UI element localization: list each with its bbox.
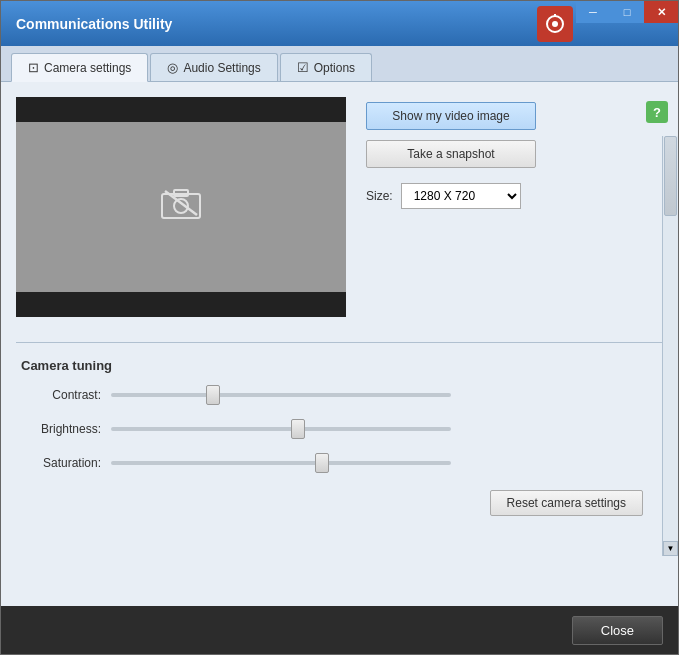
size-dropdown[interactable]: 640 X 480 1280 X 720 1920 X 1080 bbox=[401, 183, 521, 209]
camera-preview-gray-area bbox=[16, 122, 346, 292]
saturation-label: Saturation: bbox=[21, 456, 101, 470]
saturation-slider[interactable] bbox=[111, 461, 451, 465]
options-tab-icon: ☑ bbox=[297, 60, 309, 75]
scrollbar[interactable]: ▲ ▼ bbox=[662, 136, 678, 556]
tuning-title: Camera tuning bbox=[21, 358, 663, 373]
contrast-thumb[interactable] bbox=[206, 385, 220, 405]
contrast-row: Contrast: bbox=[21, 388, 663, 402]
maximize-button[interactable]: □ bbox=[610, 1, 644, 23]
contrast-slider[interactable] bbox=[111, 393, 451, 397]
brightness-label: Brightness: bbox=[21, 422, 101, 436]
camera-controls: Show my video image Take a snapshot Size… bbox=[366, 97, 536, 317]
divider bbox=[16, 342, 663, 343]
contrast-label: Contrast: bbox=[21, 388, 101, 402]
tab-camera-label: Camera settings bbox=[44, 61, 131, 75]
tab-options[interactable]: ☑ Options bbox=[280, 53, 372, 81]
camera-preview bbox=[16, 97, 346, 317]
camera-tuning: Camera tuning Contrast: Brightness: bbox=[16, 358, 663, 516]
show-video-button[interactable]: Show my video image bbox=[366, 102, 536, 130]
saturation-row: Saturation: bbox=[21, 456, 663, 470]
size-row: Size: 640 X 480 1280 X 720 1920 X 1080 bbox=[366, 183, 536, 209]
saturation-thumb[interactable] bbox=[315, 453, 329, 473]
tab-audio[interactable]: ◎ Audio Settings bbox=[150, 53, 277, 81]
tab-audio-label: Audio Settings bbox=[183, 61, 260, 75]
snapshot-button[interactable]: Take a snapshot bbox=[366, 140, 536, 168]
bottom-bar: Close bbox=[1, 606, 678, 654]
scroll-down-arrow[interactable]: ▼ bbox=[663, 541, 678, 556]
camera-top-row: Show my video image Take a snapshot Size… bbox=[16, 97, 663, 317]
reset-camera-button[interactable]: Reset camera settings bbox=[490, 490, 643, 516]
brightness-slider[interactable] bbox=[111, 427, 451, 431]
app-icon bbox=[537, 6, 573, 42]
brightness-row: Brightness: bbox=[21, 422, 663, 436]
audio-tab-icon: ◎ bbox=[167, 60, 178, 75]
brightness-thumb[interactable] bbox=[291, 419, 305, 439]
svg-point-1 bbox=[552, 21, 558, 27]
main-window: Communications Utility ─ □ ✕ ? ⊡ Camera … bbox=[0, 0, 679, 655]
scrollbar-thumb[interactable] bbox=[664, 136, 677, 216]
camera-tab-icon: ⊡ bbox=[28, 60, 39, 75]
size-label: Size: bbox=[366, 189, 393, 203]
reset-btn-container: Reset camera settings bbox=[21, 490, 643, 516]
content-area: ? ⊡ Camera settings ◎ Audio Settings ☑ O… bbox=[1, 46, 678, 606]
close-button[interactable]: Close bbox=[572, 616, 663, 645]
help-button[interactable]: ? bbox=[646, 101, 668, 123]
scrollbar-track bbox=[663, 136, 678, 556]
tab-options-label: Options bbox=[314, 61, 355, 75]
tab-camera[interactable]: ⊡ Camera settings bbox=[11, 53, 148, 82]
no-camera-icon bbox=[161, 187, 201, 227]
minimize-button[interactable]: ─ bbox=[576, 1, 610, 23]
window-title: Communications Utility bbox=[16, 16, 172, 32]
window-controls: ─ □ ✕ bbox=[576, 1, 678, 23]
tab-bar: ⊡ Camera settings ◎ Audio Settings ☑ Opt… bbox=[1, 46, 678, 82]
camera-settings-panel: Show my video image Take a snapshot Size… bbox=[1, 82, 678, 606]
title-bar: Communications Utility ─ □ ✕ bbox=[1, 1, 678, 46]
titlebar-close-button[interactable]: ✕ bbox=[644, 1, 678, 23]
